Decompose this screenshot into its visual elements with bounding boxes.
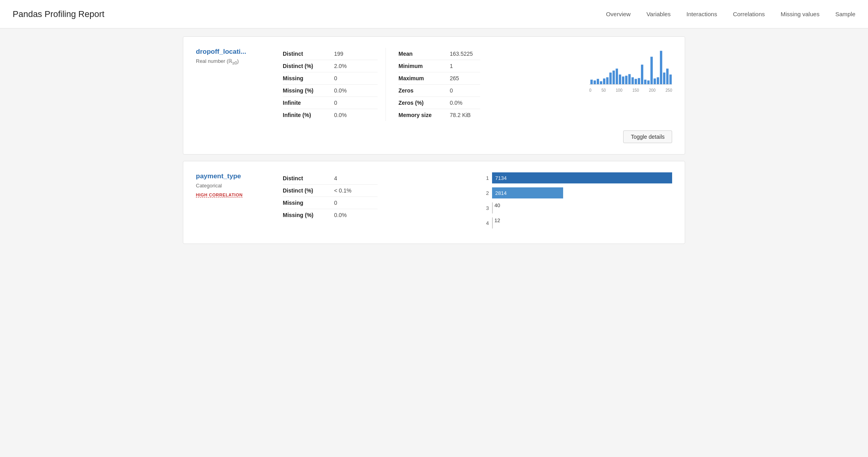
table-row: Infinite 0 (283, 97, 378, 109)
bar-label-2: 2 (482, 190, 489, 196)
table-row: Missing (%) 0.0% (283, 209, 378, 221)
table-row: Missing (%) 0.0% (283, 85, 378, 97)
stat-value: 0 (450, 85, 480, 97)
stat-label: Distinct (283, 172, 334, 185)
histogram-axis: 0 50 100 150 200 250 (589, 88, 672, 93)
table-row: Minimum 1 (398, 60, 480, 72)
stat-value: 0.0% (334, 209, 378, 221)
svg-rect-17 (644, 80, 646, 85)
svg-rect-9 (619, 75, 621, 85)
table-row: Distinct 199 (283, 48, 378, 60)
stats-left-dropoff: Distinct 199 Distinct (%) 2.0% Missing 0… (283, 48, 378, 121)
stat-value: 0 (334, 97, 378, 109)
stat-label: Infinite (283, 97, 334, 109)
axis-label: 250 (665, 88, 672, 93)
stat-value: 0 (334, 197, 378, 209)
svg-rect-6 (609, 73, 612, 85)
bar-fill-2: 2814 (492, 187, 563, 198)
variable-card-payment-type: payment_type Categorical HIGH CORRELATIO… (183, 161, 685, 244)
svg-rect-10 (622, 77, 624, 85)
var-name-dropoff[interactable]: dropoff_locati... (196, 48, 273, 56)
svg-rect-12 (628, 74, 631, 85)
stat-label: Zeros (398, 85, 450, 97)
high-correlation-badge[interactable]: HIGH CORRELATION (196, 193, 242, 198)
stat-label: Infinite (%) (283, 109, 334, 121)
svg-rect-20 (654, 79, 656, 85)
nav-sample[interactable]: Sample (835, 9, 855, 19)
bar-outer-2: 2814 (492, 187, 672, 198)
svg-rect-11 (625, 76, 628, 85)
stat-value: 199 (334, 48, 378, 60)
bar-label-4: 4 (482, 220, 489, 226)
table-row: Zeros 0 (398, 85, 480, 97)
stat-value: 2.0% (334, 60, 378, 72)
var-name-payment[interactable]: payment_type (196, 172, 273, 180)
svg-rect-23 (663, 73, 665, 85)
bar-row-4: 4 12 (482, 217, 672, 228)
table-row: Memory size 78.2 KiB (398, 109, 480, 121)
svg-rect-24 (666, 69, 669, 85)
svg-rect-19 (650, 57, 653, 85)
stat-label: Mean (398, 48, 450, 60)
app-title: Pandas Profiling Report (13, 9, 104, 19)
stat-label: Maximum (398, 72, 450, 85)
svg-rect-21 (657, 77, 659, 85)
stat-value: 265 (450, 72, 480, 85)
svg-rect-2 (597, 79, 599, 85)
nav-overview[interactable]: Overview (606, 9, 631, 19)
svg-rect-14 (635, 79, 637, 85)
bar-value-3: 40 (494, 202, 500, 208)
stat-value: 1 (450, 60, 480, 72)
stat-value: < 0.1% (334, 185, 378, 197)
var-info-payment: payment_type Categorical HIGH CORRELATIO… (196, 172, 283, 198)
svg-rect-13 (631, 77, 634, 85)
stat-value: 0.0% (450, 97, 480, 109)
bar-outer-4: 12 (492, 217, 672, 228)
axis-label: 100 (616, 88, 622, 93)
svg-rect-25 (669, 75, 672, 85)
stat-label: Minimum (398, 60, 450, 72)
stats-left-payment: Distinct 4 Distinct (%) < 0.1% Missing 0… (283, 172, 378, 221)
table-row: Mean 163.5225 (398, 48, 480, 60)
table-row: Distinct 4 (283, 172, 378, 185)
bar-tick-3 (492, 202, 493, 213)
var-type-payment: Categorical (196, 183, 273, 189)
stats-right-table: Mean 163.5225 Minimum 1 Maximum 265 Ze (398, 48, 480, 121)
nav-variables[interactable]: Variables (646, 9, 671, 19)
bar-fill-1: 7134 (492, 172, 672, 183)
stat-value: 0 (334, 72, 378, 85)
nav-correlations[interactable]: Correlations (733, 9, 765, 19)
stat-label: Missing (%) (283, 209, 334, 221)
nav-missing-values[interactable]: Missing values (781, 9, 819, 19)
stat-value: 4 (334, 172, 378, 185)
var-info-dropoff: dropoff_locati... Real number (ℝ≥0) (196, 48, 283, 65)
main-content: dropoff_locati... Real number (ℝ≥0) Dist… (173, 28, 695, 258)
bar-chart-area-payment: 1 7134 2 2814 (472, 172, 672, 232)
bar-row-3: 3 40 (482, 202, 672, 213)
histogram-area-dropoff: 0 50 100 150 200 250 (480, 48, 672, 93)
stat-label: Missing (283, 72, 334, 85)
table-row: Zeros (%) 0.0% (398, 97, 480, 109)
variable-card-dropoff: dropoff_locati... Real number (ℝ≥0) Dist… (183, 36, 685, 155)
axis-label: 200 (649, 88, 656, 93)
main-nav: Overview Variables Interactions Correlat… (606, 9, 855, 19)
svg-rect-5 (606, 77, 609, 85)
table-row: Distinct (%) < 0.1% (283, 185, 378, 197)
axis-label: 150 (632, 88, 639, 93)
axis-label: 50 (601, 88, 606, 93)
histogram-svg (589, 48, 672, 87)
axis-label: 0 (589, 88, 592, 93)
svg-rect-22 (660, 51, 662, 85)
stat-value: 0.0% (334, 85, 378, 97)
stat-value: 78.2 KiB (450, 109, 480, 121)
svg-rect-3 (600, 81, 602, 85)
bar-label-3: 3 (482, 205, 489, 211)
table-row: Missing 0 (283, 72, 378, 85)
toggle-details-button[interactable]: Toggle details (623, 130, 672, 143)
table-row: Missing 0 (283, 197, 378, 209)
stat-value: 163.5225 (450, 48, 480, 60)
bar-tick-4 (492, 217, 493, 228)
nav-interactions[interactable]: Interactions (686, 9, 717, 19)
bar-value-1: 7134 (495, 175, 507, 181)
stat-label: Memory size (398, 109, 450, 121)
